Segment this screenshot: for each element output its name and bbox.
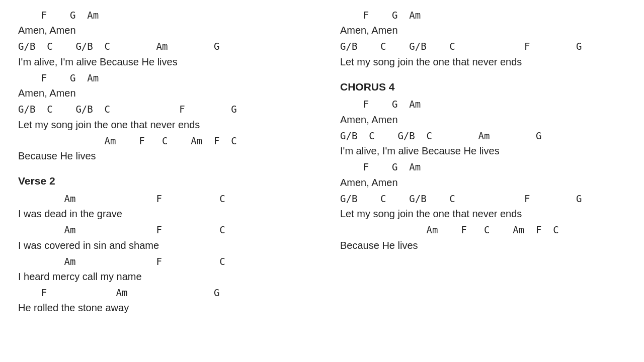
chord-line: Am F C (18, 223, 304, 237)
chord-line: F Am G (18, 286, 304, 300)
chord-line: Am F C Am F C (340, 223, 626, 237)
chord-line: F G Am (340, 8, 626, 23)
section-header: Verse 2 (18, 173, 304, 190)
lyric-line: Amen, Amen (340, 23, 626, 38)
chord-line: F G Am (340, 97, 626, 112)
right-column: F G AmAmen, AmenG/B C G/B C F GLet my so… (322, 0, 644, 362)
lyric-line: Amen, Amen (18, 23, 304, 38)
chord-line: G/B C G/B C F G (18, 102, 304, 117)
lyric-line: I'm alive, I'm alive Because He lives (340, 143, 626, 159)
chord-line: Am F C (18, 192, 304, 206)
lyric-line: Amen, Amen (340, 175, 626, 191)
left-column: F G AmAmen, AmenG/B C G/B C Am GI'm aliv… (0, 0, 322, 362)
chord-line: F G Am (18, 71, 304, 85)
lyric-line: Because He lives (18, 148, 304, 164)
lyric-line: I heard mercy call my name (18, 269, 304, 285)
chord-line: G/B C G/B C F G (340, 192, 626, 206)
chord-line: G/B C G/B C Am G (18, 39, 304, 54)
lyric-line: Let my song join the one that never ends (18, 117, 304, 133)
chord-line: Am F C Am F C (18, 134, 304, 148)
lyric-line: Because He lives (340, 238, 626, 253)
page: F G AmAmen, AmenG/B C G/B C Am GI'm aliv… (0, 0, 644, 362)
lyric-line: I'm alive, I'm alive Because He lives (18, 54, 304, 70)
spacer (18, 165, 304, 169)
lyric-line: Let my song join the one that never ends (340, 54, 626, 70)
lyric-line: Amen, Amen (18, 85, 304, 101)
lyric-line: Amen, Amen (340, 112, 626, 128)
spacer (340, 71, 626, 75)
lyric-line: I was dead in the grave (18, 206, 304, 222)
lyric-line: I was covered in sin and shame (18, 238, 304, 253)
section-header: CHORUS 4 (340, 79, 626, 96)
lyric-line: He rolled the stone away (18, 300, 304, 316)
chord-line: Am F C (18, 254, 304, 269)
lyric-line: Let my song join the one that never ends (340, 206, 626, 222)
chord-line: G/B C G/B C F G (340, 39, 626, 54)
chord-line: F G Am (340, 160, 626, 174)
chord-line: G/B C G/B C Am G (340, 129, 626, 143)
chord-line: F G Am (18, 8, 304, 23)
